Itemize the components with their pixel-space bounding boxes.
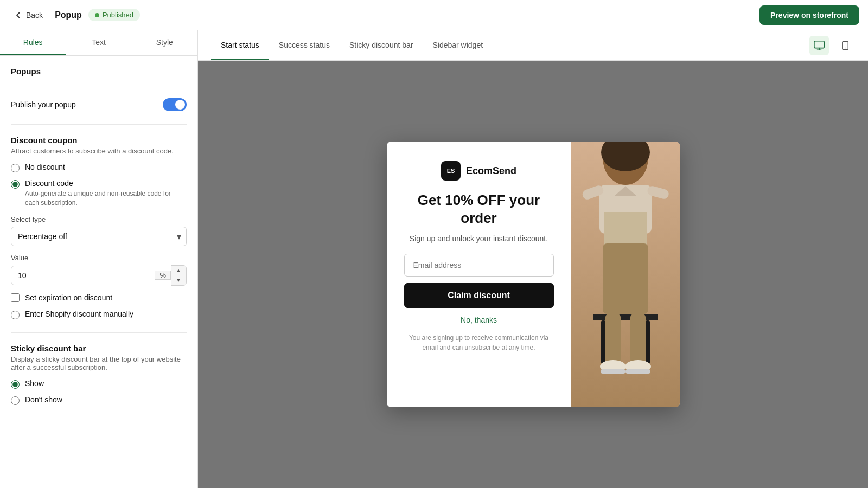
value-label: Value [11,254,187,262]
discount-code-label: Discount code Auto-generate a unique and… [25,179,187,208]
preview-storefront-button[interactable]: Preview on storefront [760,5,859,25]
section-divider-2 [11,332,187,333]
content-area: Start status Success status Sticky disco… [198,30,868,488]
page-title: Popup [55,10,82,20]
back-label: Back [26,11,43,20]
svg-rect-14 [603,243,648,314]
show-text: Show [25,379,44,388]
enter-shopify-radio[interactable] [11,311,20,319]
enter-shopify-label: Enter Shopify discount manually [25,310,133,318]
svg-rect-23 [626,369,650,374]
svg-rect-3 [843,41,848,49]
popup-logo-text: EcomSend [466,165,516,177]
discount-code-text: Discount code [25,179,187,188]
mobile-icon[interactable] [835,36,855,55]
popup-logo: ES EcomSend [441,161,516,181]
sticky-discount-bar-section: Sticky discount bar Display a sticky dis… [11,344,187,405]
discount-code-sub: Auto-generate a unique and non-reusable … [25,189,187,208]
preview-area: ES EcomSend Get 10% OFF your order Sign … [198,61,868,488]
tab-rules[interactable]: Rules [0,30,66,55]
svg-rect-16 [601,320,605,364]
top-bar-left: Back Popup Published [9,8,140,23]
set-expiration-row[interactable]: Set expiration on discount [11,293,187,302]
discount-coupon-section: Discount coupon Attract customers to sub… [11,136,187,319]
select-type-label: Select type [11,215,187,223]
discount-desc: Attract customers to subscribe with a di… [11,147,187,155]
sticky-desc: Display a sticky discount bar at the top… [11,355,187,371]
select-type-wrapper: Percentage off Fixed amount off Free shi… [11,227,187,246]
back-button[interactable]: Back [9,8,48,23]
no-discount-label: No discount [25,163,65,171]
device-icons [809,36,855,55]
popup-cta-button[interactable]: Claim discount [404,283,554,308]
figure-svg [571,142,680,407]
dont-show-label: Don't show [25,395,62,404]
dont-show-text: Don't show [25,395,62,404]
sticky-title: Sticky discount bar [11,344,187,353]
popup-modal: ES EcomSend Get 10% OFF your order Sign … [387,142,680,407]
tab-sidebar-widget[interactable]: Sidebar widget [423,30,493,60]
published-label: Published [103,11,133,19]
no-discount-option[interactable]: No discount [11,163,187,172]
main-layout: Rules Text Style Popups Publish your pop… [0,30,868,488]
spinner-down-button[interactable]: ▼ [171,275,186,285]
no-discount-radio[interactable] [11,164,20,172]
svg-rect-18 [605,314,621,363]
popup-logo-icon: ES [441,161,461,181]
svg-rect-22 [601,369,626,374]
popup-left: ES EcomSend Get 10% OFF your order Sign … [387,142,571,407]
figure-container [571,142,680,407]
dont-show-option[interactable]: Don't show [11,395,187,405]
published-dot [95,13,99,17]
popups-title: Popups [11,67,187,76]
popup-email-input[interactable] [404,254,554,277]
publish-label: Publish your popup [11,100,76,109]
tab-success-status[interactable]: Success status [269,30,340,60]
tab-start-status[interactable]: Start status [211,30,269,60]
content-tabs: Start status Success status Sticky disco… [211,30,493,60]
logo-icon-text: ES [447,168,455,174]
popups-section: Popups Publish your popup [11,67,187,111]
popup-heading: Get 10% OFF your order [404,191,554,227]
tab-sticky-discount-bar[interactable]: Sticky discount bar [340,30,423,60]
top-bar: Back Popup Published Preview on storefro… [0,0,868,30]
svg-rect-19 [630,314,646,363]
popup-footer: You are signing up to receive communicat… [404,333,554,352]
spinner-up-button[interactable]: ▲ [171,266,186,275]
value-spinners: ▲ ▼ [171,265,187,286]
value-input[interactable] [11,266,155,285]
tab-text[interactable]: Text [66,30,131,55]
select-type-dropdown[interactable]: Percentage off Fixed amount off Free shi… [11,227,187,246]
svg-rect-17 [646,320,650,364]
popup-no-thanks-link[interactable]: No, thanks [461,316,497,324]
expiration-checkbox[interactable] [11,293,20,302]
enter-shopify-text: Enter Shopify discount manually [25,310,133,318]
popup-subtext: Sign up and unlock your instant discount… [410,234,548,243]
tab-style[interactable]: Style [132,30,197,55]
show-radio[interactable] [11,380,20,389]
show-option[interactable]: Show [11,379,187,389]
discount-code-option[interactable]: Discount code Auto-generate a unique and… [11,179,187,208]
discount-title: Discount coupon [11,136,187,145]
sidebar: Rules Text Style Popups Publish your pop… [0,30,198,488]
divider [11,87,187,87]
enter-shopify-option[interactable]: Enter Shopify discount manually [11,310,187,319]
publish-toggle[interactable] [163,98,187,111]
sidebar-content: Popups Publish your popup Discount coupo… [0,56,197,488]
published-badge: Published [88,9,140,21]
section-divider [11,124,187,125]
expiration-label: Set expiration on discount [25,293,112,302]
dont-show-radio[interactable] [11,396,20,405]
sidebar-tabs: Rules Text Style [0,30,197,56]
value-unit: % [155,271,171,280]
content-header: Start status Success status Sticky disco… [198,30,868,61]
value-input-row: % ▲ ▼ [11,265,187,286]
svg-rect-0 [814,41,824,48]
show-label: Show [25,379,44,388]
popup-right-image [571,142,680,407]
svg-rect-11 [604,212,647,245]
svg-rect-15 [593,314,658,320]
discount-code-radio[interactable] [11,180,20,189]
desktop-icon[interactable] [809,36,829,55]
back-arrow-icon [14,11,23,20]
